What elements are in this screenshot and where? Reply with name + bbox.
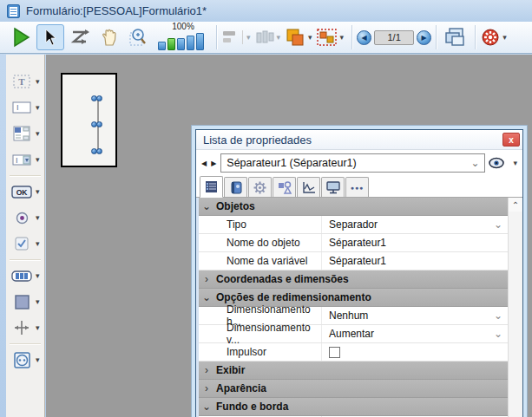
selection-handle[interactable]	[96, 148, 102, 154]
button-tool[interactable]: OK ▾	[6, 179, 44, 205]
chevron-right-icon: ›	[202, 275, 211, 283]
previous-page-button[interactable]: ◀	[357, 30, 371, 45]
monitor-icon	[326, 181, 340, 194]
zoom-bar[interactable]	[196, 33, 204, 50]
svg-text:OK: OK	[16, 188, 29, 197]
property-value-text[interactable]: Séparateur1	[322, 252, 508, 270]
close-button[interactable]: x	[502, 133, 520, 147]
svg-text:I: I	[16, 156, 18, 165]
property-value-dropdown[interactable]: Nenhum ⌄	[322, 307, 508, 324]
selection-handle[interactable]	[96, 121, 102, 127]
gear-icon	[480, 27, 501, 48]
chevron-down-icon[interactable]: ▾	[513, 159, 517, 167]
group-tool-group[interactable]: ▾	[316, 28, 345, 47]
layers-icon	[284, 28, 306, 47]
chevron-down-icon: ▾	[36, 297, 40, 306]
object-palette: T ▾ I ▾ ▾ I ▾	[6, 55, 45, 417]
line-chart-icon	[302, 181, 316, 194]
input-tool-icon: I	[11, 99, 32, 116]
tab-shapes[interactable]	[273, 177, 296, 197]
chevron-down-icon: ⌄	[494, 328, 508, 340]
tab-events[interactable]	[297, 177, 320, 197]
chevron-down-icon: ⌄	[202, 293, 211, 302]
pages-stack-icon	[443, 27, 466, 48]
property-row-nome-objeto: Nome do objeto Séparateur1	[199, 234, 508, 252]
settings-tool-group[interactable]: ▾	[480, 27, 507, 48]
property-row-nome-variavel: Nome da variável Séparateur1	[199, 252, 508, 270]
splitter-tool[interactable]: ▾	[6, 315, 44, 341]
select-tool-button[interactable]	[36, 24, 64, 50]
button-grid-tool[interactable]: ▾	[6, 263, 44, 289]
list-box-tool-icon	[11, 125, 32, 142]
zoom-bar[interactable]	[177, 38, 185, 50]
plugin-area-tool[interactable]: ▾	[6, 347, 44, 373]
zoom-bar[interactable]	[158, 42, 166, 50]
section-exibir[interactable]: › Exibir	[199, 362, 508, 380]
property-value-text[interactable]: Séparateur1	[322, 234, 508, 251]
form-pages-button[interactable]	[441, 24, 469, 50]
editor-content: T ▾ I ▾ ▾ I ▾	[0, 55, 532, 417]
input-field-tool[interactable]: I ▾	[6, 94, 44, 121]
checkbox-tool[interactable]: ▾	[6, 231, 44, 257]
impulsor-checkbox[interactable]	[329, 347, 340, 358]
tab-settings[interactable]	[248, 177, 272, 197]
distribute-tool-group[interactable]: ▾	[254, 29, 281, 45]
toolbar-separator	[475, 25, 476, 49]
form-page[interactable]	[61, 73, 117, 167]
chevron-down-icon: ▾	[36, 187, 40, 196]
scroll-up-button[interactable]: ⌃	[509, 198, 522, 212]
window-title: Formulário:[PESSOAL]Formulário1*	[26, 4, 207, 17]
section-label: Objetos	[216, 200, 255, 212]
tab-display[interactable]	[321, 177, 345, 197]
section-label: Opções de redimensionamento	[216, 291, 371, 303]
shapes-icon	[278, 181, 292, 194]
list-icon	[205, 180, 218, 193]
zoom-bar[interactable]	[187, 36, 194, 50]
property-value-dropdown[interactable]: Aumentar ⌄	[322, 325, 508, 342]
entry-order-tool-button[interactable]	[66, 24, 94, 50]
run-icon	[10, 27, 31, 48]
chevron-right-icon: ›	[202, 384, 211, 393]
property-list-titlebar[interactable]: Lista de propriedades x	[196, 130, 522, 150]
pan-tool-button[interactable]	[95, 24, 123, 50]
property-list-window: Lista de propriedades x ◀ ▶ Séparateur1 …	[191, 125, 528, 417]
zoom-level-control[interactable]: 100%	[156, 23, 210, 52]
entry-order-icon	[70, 29, 89, 46]
previous-object-button[interactable]: ◀	[201, 160, 207, 167]
selection-handle[interactable]	[96, 95, 102, 101]
section-coordenadas[interactable]: › Coordenadas e dimensões	[199, 270, 508, 289]
property-value-dropdown[interactable]: Separador ⌄	[322, 216, 508, 233]
property-tabs: ●●●	[196, 176, 522, 198]
tab-property-list[interactable]	[200, 176, 223, 198]
layers-tool-group[interactable]: ▾	[284, 28, 312, 47]
rectangle-tool[interactable]: ▾	[6, 289, 44, 315]
static-text-tool[interactable]: T ▾	[6, 68, 44, 94]
object-selector-dropdown[interactable]: Séparateur1 (Séparateur1) ⌄	[220, 153, 485, 173]
palette-separator	[10, 343, 41, 344]
chevron-down-icon: ▾	[36, 239, 40, 248]
run-form-button[interactable]	[7, 24, 35, 50]
tab-objects[interactable]	[224, 177, 247, 197]
section-fundo-e-borda[interactable]: ⌄ Fundo e borda	[199, 398, 508, 416]
radio-button-tool[interactable]: ▾	[6, 205, 44, 231]
next-page-button[interactable]: ▶	[417, 30, 431, 45]
section-aparencia[interactable]: › Aparência	[199, 380, 508, 398]
splitter-tool-icon	[11, 319, 32, 336]
zoom-tool-button[interactable]	[125, 24, 153, 50]
list-box-tool[interactable]: ▾	[6, 121, 44, 147]
combo-box-tool[interactable]: I ▾	[6, 147, 44, 173]
zoom-bars[interactable]	[158, 33, 204, 50]
align-icon	[221, 29, 240, 45]
align-tool-group[interactable]: ▾	[221, 29, 251, 45]
more-tabs-icon: ●●●	[351, 185, 365, 191]
toolbar-separator	[351, 25, 352, 49]
scrollbar[interactable]: ⌃ ⌄	[508, 198, 522, 417]
section-objetos[interactable]: ⌄ Objetos	[199, 198, 508, 216]
zoom-bar-current[interactable]	[167, 38, 175, 50]
view-options-eye-icon[interactable]	[489, 157, 508, 169]
ok-button-tool-icon: OK	[11, 183, 32, 200]
tab-more[interactable]: ●●●	[345, 177, 369, 197]
next-object-button[interactable]: ▶	[211, 160, 217, 167]
section-label: Fundo e borda	[216, 401, 288, 413]
property-row-dimensionamento-v: Dimensionamento v... Aumentar ⌄	[199, 325, 508, 343]
